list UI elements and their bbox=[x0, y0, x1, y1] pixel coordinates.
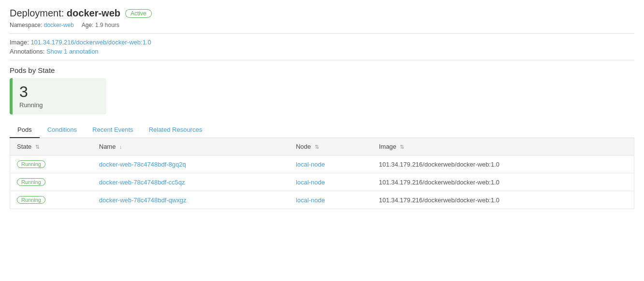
cell-state: Running bbox=[10, 155, 92, 173]
cell-node: local-node bbox=[289, 173, 372, 191]
image-value: 101.34.179.216/dockerweb/docker-web:1.0 bbox=[30, 39, 151, 46]
state-card-content: 3 Running bbox=[13, 78, 106, 114]
cell-node: local-node bbox=[289, 191, 372, 209]
pods-table: State ⇅ Name ↓ Node ⇅ Image ⇅ Runningdoc… bbox=[10, 138, 634, 209]
divider-1 bbox=[10, 33, 634, 34]
status-badge: Active bbox=[125, 9, 152, 18]
age-label: Age: bbox=[82, 22, 94, 28]
col-state[interactable]: State ⇅ bbox=[10, 138, 92, 155]
annotations-link[interactable]: Show 1 annotation bbox=[46, 48, 99, 55]
image-value: 101.34.179.216/dockerweb/docker-web:1.0 bbox=[379, 161, 499, 168]
node-link[interactable]: local-node bbox=[296, 197, 325, 204]
cell-name: docker-web-78c4748bdf-qwxgz bbox=[92, 191, 289, 209]
node-link[interactable]: local-node bbox=[296, 179, 325, 186]
image-label: Image: bbox=[10, 39, 29, 46]
pod-name-link[interactable]: docker-web-78c4748bdf-8gq2q bbox=[99, 161, 186, 168]
deployment-label: Deployment: bbox=[10, 8, 64, 18]
col-name[interactable]: Name ↓ bbox=[92, 138, 289, 155]
meta-row: Namespace: docker-web Age: 1.9 hours bbox=[10, 22, 634, 28]
cell-name: docker-web-78c4748bdf-8gq2q bbox=[92, 155, 289, 173]
name-sort-icon: ↓ bbox=[119, 144, 122, 150]
state-sort-icon: ⇅ bbox=[35, 144, 40, 150]
tab-conditions[interactable]: Conditions bbox=[40, 122, 85, 138]
col-node-label: Node bbox=[296, 143, 311, 150]
image-row: Image: 101.34.179.216/dockerweb/docker-w… bbox=[10, 39, 634, 46]
pods-by-state-title: Pods by State bbox=[10, 66, 634, 74]
tabs-bar: Pods Conditions Recent Events Related Re… bbox=[10, 122, 634, 138]
cell-state: Running bbox=[10, 191, 92, 209]
divider-2 bbox=[10, 60, 634, 60]
col-name-label: Name bbox=[99, 143, 116, 150]
pod-name-link[interactable]: docker-web-78c4748bdf-cc5qz bbox=[99, 179, 185, 186]
state-count: 3 bbox=[19, 84, 97, 99]
namespace-link[interactable]: docker-web bbox=[44, 22, 74, 28]
annotations-row: Annotations: Show 1 annotation bbox=[10, 48, 634, 55]
cell-name: docker-web-78c4748bdf-cc5qz bbox=[92, 173, 289, 191]
running-badge: Running bbox=[17, 160, 45, 168]
cell-image: 101.34.179.216/dockerweb/docker-web:1.0 bbox=[372, 191, 634, 209]
table-row: Runningdocker-web-78c4748bdf-8gq2qlocal-… bbox=[10, 155, 634, 173]
col-image-label: Image bbox=[379, 143, 396, 150]
tab-pods[interactable]: Pods bbox=[10, 122, 40, 138]
col-image[interactable]: Image ⇅ bbox=[372, 138, 634, 155]
namespace-label: Namespace: bbox=[10, 22, 42, 28]
cell-node: local-node bbox=[289, 155, 372, 173]
tab-related-resources[interactable]: Related Resources bbox=[141, 122, 210, 138]
running-badge: Running bbox=[17, 196, 45, 204]
pods-table-container: State ⇅ Name ↓ Node ⇅ Image ⇅ Runningdoc… bbox=[10, 138, 634, 209]
page-header: Deployment: docker-web Active bbox=[10, 8, 634, 19]
table-header-row: State ⇅ Name ↓ Node ⇅ Image ⇅ bbox=[10, 138, 634, 155]
state-label: Running bbox=[19, 101, 97, 109]
info-section: Image: 101.34.179.216/dockerweb/docker-w… bbox=[10, 39, 634, 55]
image-value: 101.34.179.216/dockerweb/docker-web:1.0 bbox=[379, 197, 499, 204]
node-link[interactable]: local-node bbox=[296, 161, 325, 168]
node-sort-icon: ⇅ bbox=[315, 144, 319, 150]
tab-recent-events[interactable]: Recent Events bbox=[85, 122, 141, 138]
age-value: 1.9 hours bbox=[95, 22, 119, 28]
image-value: 101.34.179.216/dockerweb/docker-web:1.0 bbox=[379, 179, 499, 186]
cell-image: 101.34.179.216/dockerweb/docker-web:1.0 bbox=[372, 173, 634, 191]
col-state-label: State bbox=[17, 143, 31, 150]
pod-name-link[interactable]: docker-web-78c4748bdf-qwxgz bbox=[99, 197, 187, 204]
table-row: Runningdocker-web-78c4748bdf-qwxgzlocal-… bbox=[10, 191, 634, 209]
pods-by-state-section: 3 Running bbox=[10, 78, 634, 114]
running-state-card: 3 Running bbox=[10, 78, 106, 114]
running-badge: Running bbox=[17, 178, 45, 186]
deployment-name: docker-web bbox=[67, 8, 120, 18]
table-row: Runningdocker-web-78c4748bdf-cc5qzlocal-… bbox=[10, 173, 634, 191]
image-sort-icon: ⇅ bbox=[400, 144, 404, 150]
cell-state: Running bbox=[10, 173, 92, 191]
cell-image: 101.34.179.216/dockerweb/docker-web:1.0 bbox=[372, 155, 634, 173]
annotations-label: Annotations: bbox=[10, 48, 44, 55]
col-node[interactable]: Node ⇅ bbox=[289, 138, 372, 155]
